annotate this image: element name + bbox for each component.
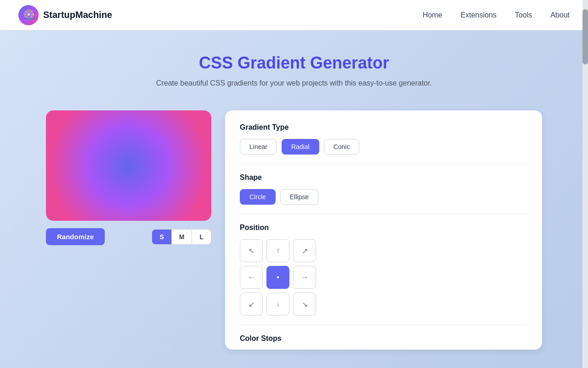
color-stops-label: Color Stops [240,334,527,343]
pos-bot-right[interactable]: ↘ [293,293,316,316]
size-group: S M L [152,229,211,245]
position-section: Position ↖ ↑ ↗ ← • → ↙ ↓ ↘ [240,224,527,316]
pos-mid-center[interactable]: • [266,266,289,289]
nav-home[interactable]: Home [423,11,442,19]
shape-label: Shape [240,173,527,182]
pos-bot-left[interactable]: ↙ [240,293,263,316]
logo-area: 🎡 StartupMachine [18,5,112,25]
pos-top-left[interactable]: ↖ [240,239,263,262]
gradient-radial-btn[interactable]: Radial [282,139,319,155]
main-nav: Home Extensions Tools About [423,11,570,19]
pos-bot-center[interactable]: ↓ [266,293,289,316]
divider-3 [240,325,527,325]
header: 🎡 StartupMachine Home Extensions Tools A… [0,0,588,30]
pos-top-center[interactable]: ↑ [266,239,289,262]
size-m-button[interactable]: M [172,230,192,244]
gradient-linear-btn[interactable]: Linear [240,139,277,155]
shape-ellipse-btn[interactable]: Ellipse [280,189,318,205]
logo-icon: 🎡 [18,5,39,25]
shape-section: Shape Circle Ellipse [240,173,527,205]
size-l-button[interactable]: L [192,230,211,244]
main-content: Randomize S M L Gradient Type Linear Rad… [0,101,588,368]
shape-circle-btn[interactable]: Circle [240,189,276,205]
logo-text: StartupMachine [43,10,112,20]
preview-controls: Randomize S M L [46,228,211,245]
scrollbar[interactable] [582,0,588,368]
divider-2 [240,214,527,214]
pos-top-right[interactable]: ↗ [293,239,316,262]
size-s-button[interactable]: S [152,230,171,244]
position-grid: ↖ ↑ ↗ ← • → ↙ ↓ ↘ [240,239,316,316]
controls-panel: Gradient Type Linear Radial Conic Shape … [225,110,542,350]
position-label: Position [240,224,527,232]
gradient-type-label: Gradient Type [240,123,527,132]
page-title: CSS Gradient Generator [9,53,579,73]
gradient-type-group: Linear Radial Conic [240,139,527,155]
scrollbar-thumb[interactable] [582,9,588,64]
nav-tools[interactable]: Tools [515,11,532,19]
gradient-type-section: Gradient Type Linear Radial Conic [240,123,527,155]
pos-mid-right[interactable]: → [293,266,316,289]
divider-1 [240,164,527,164]
gradient-preview [46,110,211,221]
hero-section: CSS Gradient Generator Create beautiful … [0,30,588,101]
nav-about[interactable]: About [550,11,570,19]
nav-extensions[interactable]: Extensions [461,11,497,19]
randomize-button[interactable]: Randomize [46,228,105,245]
shape-group: Circle Ellipse [240,189,527,205]
pos-mid-left[interactable]: ← [240,266,263,289]
preview-section: Randomize S M L [46,110,211,350]
gradient-conic-btn[interactable]: Conic [324,139,360,155]
color-stops-section: Color Stops [240,334,527,350]
hero-subtitle: Create beautiful CSS gradients for your … [9,79,579,87]
